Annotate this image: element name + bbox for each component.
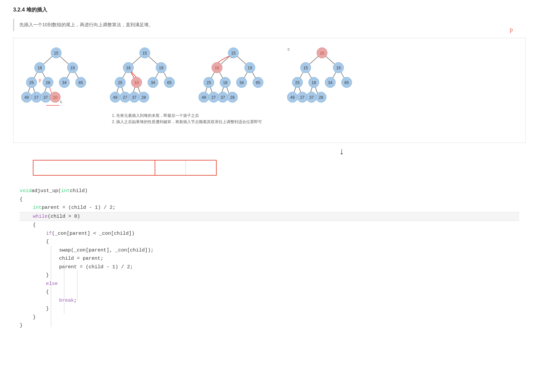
code-line-10: parent = (child - 1) / 2;	[20, 263, 519, 272]
svg-text:10: 10	[134, 80, 139, 85]
svg-text:25: 25	[29, 80, 34, 85]
code-line-15: }	[20, 305, 519, 313]
brace-close-2: }	[33, 313, 36, 322]
svg-text:34: 34	[239, 80, 244, 85]
svg-text:18: 18	[37, 66, 42, 70]
array-left-section	[33, 161, 155, 175]
code-line-17: }	[20, 321, 519, 330]
kw-break: break	[59, 296, 74, 305]
indent-guide-1	[51, 246, 51, 327]
brace-open-1: {	[20, 195, 23, 204]
func-name: adjust_up(	[32, 187, 61, 195]
kw-while: while	[33, 212, 48, 221]
svg-text:28: 28	[230, 95, 235, 100]
brace-open-4: {	[46, 288, 49, 296]
indent-guide-2	[64, 259, 64, 314]
var-parent-decl: parent = (child - 1) / 2;	[42, 204, 116, 212]
svg-text:37: 37	[309, 95, 314, 100]
code-area: void adjust_up( int child) { int parent …	[13, 184, 526, 333]
if-condition: (_con[parent] < _con[child])	[52, 229, 135, 238]
tree-diagram-area: 15 18 19 25 28 34 65 49 27 37 10 p	[13, 38, 526, 143]
svg-text:19: 19	[248, 66, 252, 70]
code-line-13: {	[20, 288, 519, 296]
svg-text:49: 49	[113, 95, 118, 100]
brace-close-3: }	[46, 271, 49, 280]
code-line-8: swap(_con[parent], _con[child]);	[20, 246, 519, 255]
svg-text:18: 18	[223, 80, 227, 85]
svg-text:25: 25	[295, 80, 300, 85]
svg-text:49: 49	[202, 95, 206, 100]
svg-text:34: 34	[62, 80, 67, 85]
svg-text:28: 28	[46, 80, 50, 85]
svg-text:65: 65	[78, 80, 83, 85]
annotation-line2: 2. 插入之后如果堆的性质遭到破坏，将新插入节点顺着其双亲往上调整到适合位置即可	[112, 119, 519, 125]
svg-text:15: 15	[54, 51, 58, 55]
tree4-svg: c 10 15 19 25 18 34	[286, 45, 361, 110]
array-display	[33, 160, 526, 176]
svg-text:10: 10	[320, 51, 324, 55]
svg-text:25: 25	[206, 80, 211, 85]
svg-text:c: c	[60, 99, 62, 104]
svg-text:37: 37	[132, 95, 137, 100]
svg-text:34: 34	[151, 80, 155, 85]
svg-text:10: 10	[53, 95, 57, 100]
svg-text:19: 19	[159, 66, 163, 70]
kw-else: else	[46, 280, 58, 288]
svg-text:28: 28	[141, 95, 146, 100]
description-text: 先插入一个10到数组的尾上，再进行向上调整算法，直到满足堆。	[19, 22, 153, 27]
svg-text:10: 10	[215, 66, 219, 70]
kw-if: if	[46, 229, 52, 238]
brace-open-3: {	[46, 238, 49, 246]
svg-text:34: 34	[328, 80, 333, 85]
svg-text:25: 25	[118, 80, 122, 85]
svg-text:65: 65	[344, 80, 349, 85]
svg-text:15: 15	[303, 66, 308, 70]
kw-void: void	[20, 187, 32, 195]
svg-text:27: 27	[300, 95, 305, 100]
brace-open-2: {	[33, 221, 36, 229]
child-assign: child = parent;	[59, 254, 103, 263]
svg-text:18: 18	[312, 80, 316, 85]
array-right-cell	[186, 161, 216, 175]
svg-text:18: 18	[126, 66, 131, 70]
code-line-6: if (_con[parent] < _con[child])	[20, 229, 519, 238]
code-line-7: {	[20, 238, 519, 246]
svg-text:19: 19	[336, 66, 341, 70]
tree1-svg: 15 18 19 25 28 34 65 49 27 37 10 p	[20, 45, 96, 110]
tree3-svg: 15 10 19 25 18 34 65 49 27 37 28	[197, 45, 273, 110]
parent-reassign: parent = (child - 1) / 2;	[59, 263, 133, 272]
down-arrow: ↓	[158, 146, 526, 157]
svg-text:65: 65	[167, 80, 172, 85]
tree2-svg: 15 18 19 25 10 34 65 49 27 37 28	[109, 45, 184, 110]
code-line-9: child = parent;	[20, 254, 519, 263]
brace-close-4: }	[46, 305, 49, 313]
section-title: 3.2.4 堆的插入	[13, 7, 526, 13]
svg-text:49: 49	[24, 95, 29, 100]
code-line-1: void adjust_up( int child)	[20, 187, 519, 195]
code-line-5: {	[20, 221, 519, 229]
annotation-line1: 1. 先将元素插入到堆的末尾，即最后一个孩子之后	[112, 113, 519, 119]
indent-guide-3	[77, 271, 77, 300]
kw-int-1: int	[33, 204, 42, 212]
param-name: child)	[70, 187, 88, 195]
code-line-2: {	[20, 195, 519, 204]
array-middle-cell	[155, 161, 186, 175]
svg-text:37: 37	[43, 95, 48, 100]
brace-close-1: }	[20, 321, 23, 330]
svg-text:65: 65	[256, 80, 260, 85]
svg-text:19: 19	[70, 66, 75, 70]
svg-text:15: 15	[231, 51, 236, 55]
kw-int-param: int	[61, 187, 70, 195]
code-line-12: else	[20, 280, 519, 288]
svg-text:p: p	[39, 77, 41, 82]
annotation-area: 1. 先将元素插入到堆的末尾，即最后一个孩子之后 2. 插入之后如果堆的性质遭到…	[20, 113, 519, 125]
code-line-11: }	[20, 271, 519, 280]
svg-text:c: c	[288, 47, 290, 52]
break-semicolon: ;	[74, 296, 77, 305]
svg-text:37: 37	[221, 95, 225, 100]
svg-text:27: 27	[211, 95, 216, 100]
svg-text:49: 49	[290, 95, 295, 100]
svg-text:27: 27	[34, 95, 39, 100]
code-line-16: }	[20, 313, 519, 322]
svg-text:15: 15	[142, 51, 147, 55]
